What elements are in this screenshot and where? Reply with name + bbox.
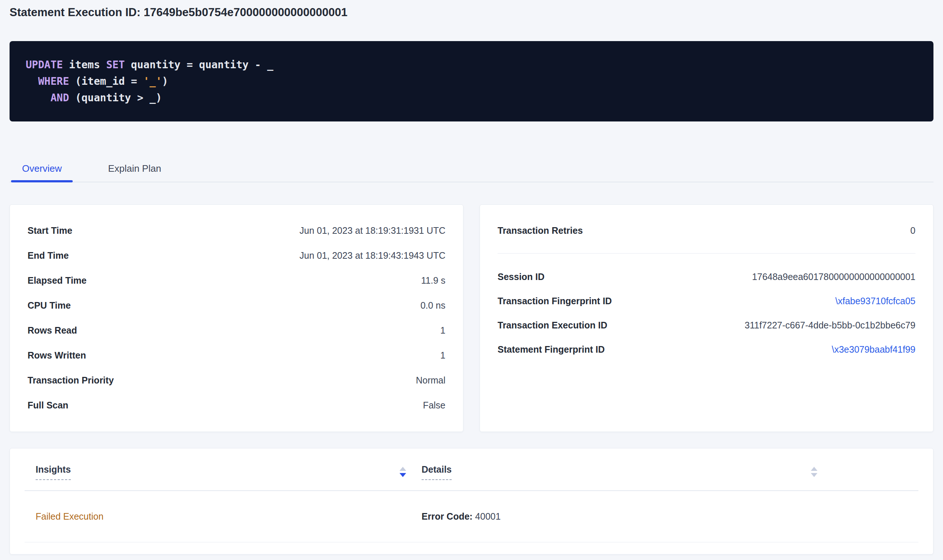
detail-row: Full Scan False <box>28 393 445 418</box>
insights-column-label[interactable]: Insights <box>35 464 71 480</box>
sort-desc-icon[interactable] <box>399 473 406 477</box>
sort-desc-icon[interactable] <box>811 473 817 477</box>
detail-row-value: 0 <box>910 225 915 236</box>
detail-row-value: 0.0 ns <box>421 300 445 311</box>
statement-execution-id: 17649be5b0754e700000000000000001 <box>143 6 347 19</box>
detail-row-label: Start Time <box>28 225 72 236</box>
details-column-label[interactable]: Details <box>422 464 451 480</box>
detail-row: Transaction Priority Normal <box>28 368 445 393</box>
detail-row-label: Statement Fingerprint ID <box>498 344 605 355</box>
detail-row-label: Transaction Execution ID <box>498 320 607 331</box>
card-divider <box>498 253 915 254</box>
transaction-retries-row: Transaction Retries 0 <box>498 218 915 243</box>
insight-type-cell: Failed Execution <box>25 511 408 522</box>
detail-row-value: Normal <box>416 375 445 386</box>
transaction-id-rows: Session ID 17648a9eea6017800000000000000… <box>498 265 915 362</box>
detail-row-label: Transaction Priority <box>28 375 114 386</box>
detail-row-value: 311f7227-c667-4dde-b5bb-0c1b2bbe6c79 <box>745 320 915 331</box>
execution-stats-card: Start Time Jun 01, 2023 at 18:19:31:1931… <box>9 205 464 432</box>
insights-table-card: Insights Details Failed Execution Error … <box>9 448 934 554</box>
error-code-label: Error Code: <box>422 511 473 522</box>
detail-row-label: Full Scan <box>28 400 68 411</box>
detail-row: Start Time Jun 01, 2023 at 18:19:31:1931… <box>28 218 445 243</box>
detail-row: Rows Read 1 <box>28 318 445 343</box>
detail-row-value: False <box>423 400 445 411</box>
sql-statement: UPDATE items SET quantity = quantity - _… <box>26 57 917 106</box>
detail-row-label: End Time <box>28 250 69 261</box>
tab-explain-plan[interactable]: Explain Plan <box>97 163 172 182</box>
column-header-details: Details <box>408 464 820 480</box>
detail-row: Transaction Fingerprint ID \xfabe93710fc… <box>498 289 915 313</box>
tab-overview[interactable]: Overview <box>11 163 73 182</box>
detail-row: Rows Written 1 <box>28 343 445 368</box>
page-title-label: Statement Execution ID: <box>9 6 141 19</box>
detail-row-label: CPU Time <box>28 300 71 311</box>
transaction-info-card: Transaction Retries 0 Session ID 17648a9… <box>479 205 934 432</box>
column-header-insights: Insights <box>25 464 408 480</box>
detail-row-value: Jun 01, 2023 at 18:19:43:1943 UTC <box>299 250 445 261</box>
detail-row: End Time Jun 01, 2023 at 18:19:43:1943 U… <box>28 243 445 268</box>
fingerprint-id-link[interactable]: \x3e3079baabf41f99 <box>832 344 915 355</box>
error-code-value: 40001 <box>473 511 501 522</box>
sort-toggle-insights[interactable] <box>399 467 408 477</box>
sort-asc-icon[interactable] <box>399 467 406 471</box>
detail-row-label: Transaction Fingerprint ID <box>498 296 612 306</box>
detail-row: Elapsed Time 11.9 s <box>28 268 445 293</box>
insight-detail-cell: Error Code: 40001 <box>408 511 820 522</box>
sql-statement-box: UPDATE items SET quantity = quantity - _… <box>9 41 934 122</box>
detail-row-label: Rows Written <box>28 350 86 361</box>
page-title: Statement Execution ID: 17649be5b0754e70… <box>9 5 934 20</box>
detail-row-label: Transaction Retries <box>498 225 583 236</box>
detail-row-label: Rows Read <box>28 325 77 336</box>
detail-row: Session ID 17648a9eea6017800000000000000… <box>498 265 915 289</box>
statement-execution-page: Statement Execution ID: 17649be5b0754e70… <box>0 0 943 554</box>
sort-toggle-details[interactable] <box>811 467 820 477</box>
insights-table-header: Insights Details <box>25 448 918 491</box>
summary-cards: Start Time Jun 01, 2023 at 18:19:31:1931… <box>9 205 934 432</box>
detail-row-value: 1 <box>440 325 445 336</box>
detail-row: Statement Fingerprint ID \x3e3079baabf41… <box>498 337 915 362</box>
detail-row-value: 17648a9eea6017800000000000000001 <box>752 272 915 282</box>
detail-row-label: Session ID <box>498 272 545 282</box>
detail-row: CPU Time 0.0 ns <box>28 293 445 318</box>
detail-row-label: Elapsed Time <box>28 275 87 286</box>
sort-asc-icon[interactable] <box>811 467 817 471</box>
insight-table-row: Failed Execution Error Code: 40001 <box>25 491 918 542</box>
detail-row-value: 11.9 s <box>421 275 445 286</box>
detail-row-value: 1 <box>440 350 445 361</box>
fingerprint-id-link[interactable]: \xfabe93710fcfca05 <box>835 296 915 306</box>
detail-tabs: Overview Explain Plan <box>9 163 934 182</box>
detail-row: Transaction Execution ID 311f7227-c667-4… <box>498 313 915 337</box>
detail-row-value: Jun 01, 2023 at 18:19:31:1931 UTC <box>299 225 445 236</box>
